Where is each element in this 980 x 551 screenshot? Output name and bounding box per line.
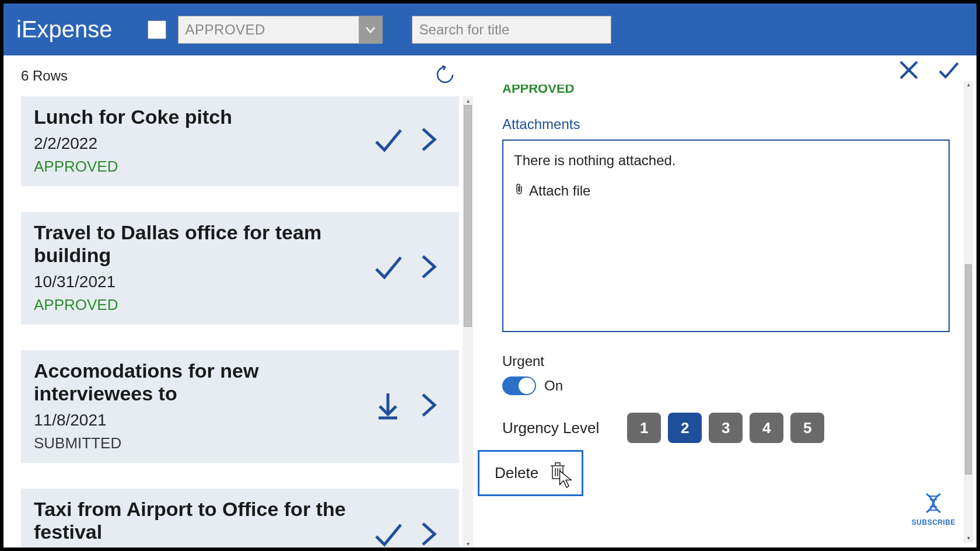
mouse-cursor-icon [557,469,575,489]
attachments-label: Attachments [502,116,950,132]
download-icon[interactable] [373,390,403,423]
chevron-right-icon[interactable] [414,252,444,284]
list-item-date: 10/31/2021 [34,273,373,291]
attach-file-label: Attach file [529,183,590,199]
detail-status: APPROVED [502,81,950,96]
svg-rect-6 [555,463,560,466]
urgency-level-label: Urgency Level [502,419,599,437]
scrollbar-thumb[interactable] [965,264,972,475]
approve-check-icon[interactable] [373,124,403,157]
delete-button[interactable]: Delete [478,450,583,496]
attachments-box[interactable]: There is nothing attached. Attach file [502,140,950,332]
list-item-status: APPROVED [34,296,373,314]
urgent-toggle-value: On [544,378,563,394]
list-item[interactable]: Travel to Dallas office for team buildin… [21,212,459,325]
filter-checkbox[interactable] [148,20,166,39]
trash-icon [549,461,566,485]
detail-pane: ▴ ▾ APPROVED Attachments There is nothin… [473,55,977,547]
subscribe-label: SUBSCRIBE [912,518,956,526]
urgency-level-4[interactable]: 4 [750,413,783,443]
rows-count-label: 6 Rows [21,68,68,84]
approve-check-icon[interactable] [373,519,403,547]
search-input[interactable] [419,22,604,38]
status-dropdown-value: APPROVED [178,22,359,38]
paperclip-icon [514,183,524,199]
urgency-level-3[interactable]: 3 [709,413,743,443]
list-item[interactable]: Lunch for Coke pitch2/2/2022APPROVED [21,96,459,186]
list-item-title: Accomodations for new interviewees to [34,360,373,405]
chevron-right-icon[interactable] [414,124,444,157]
scroll-up-icon[interactable]: ▴ [967,81,970,89]
list-item-status: SUBMITTED [34,434,373,452]
scrollbar-thumb[interactable] [464,105,472,327]
expense-list-pane: 6 Rows Lunch for Coke pitch2/2/2022APPRO… [4,55,473,547]
delete-label: Delete [495,464,538,482]
list-item-title: Taxi from Airport to Office for the fest… [34,498,373,543]
dna-icon [921,490,946,516]
chevron-down-icon[interactable] [359,16,382,43]
header-bar: iExpense APPROVED [0,0,980,55]
search-input-wrapper[interactable] [412,16,611,44]
list-scrollbar[interactable]: ▴ ▾ [463,96,473,547]
list-item-title: Lunch for Coke pitch [34,106,373,128]
list-item[interactable]: Accomodations for new interviewees to11/… [21,350,459,463]
scroll-down-icon[interactable]: ▾ [467,539,470,547]
urgency-level-5[interactable]: 5 [790,413,824,443]
list-item-date: 2/2/2022 [34,134,373,153]
urgency-level-1[interactable]: 1 [627,413,661,443]
attachments-empty-text: There is nothing attached. [514,152,938,169]
refresh-icon[interactable] [435,64,456,88]
list-item-date: 11/8/2021 [34,411,373,430]
confirm-check-icon[interactable] [937,58,960,84]
list-item-status: APPROVED [34,158,373,176]
urgent-label: Urgent [502,353,950,369]
list-item-title: Travel to Dallas office for team buildin… [34,221,373,267]
status-dropdown[interactable]: APPROVED [178,16,383,44]
subscribe-badge[interactable]: SUBSCRIBE [912,490,956,526]
urgency-level-2[interactable]: 2 [668,413,702,443]
attach-file-button[interactable]: Attach file [514,183,938,199]
chevron-right-icon[interactable] [414,390,444,423]
list-item[interactable]: Taxi from Airport to Office for the fest… [21,489,459,547]
urgent-toggle[interactable] [502,376,536,395]
detail-scrollbar[interactable]: ▴ ▾ [964,81,973,543]
scroll-down-icon[interactable]: ▾ [967,535,970,543]
scroll-up-icon[interactable]: ▴ [467,96,470,104]
close-icon[interactable] [897,58,921,84]
chevron-right-icon[interactable] [414,519,444,547]
app-title: iExpense [16,16,113,43]
approve-check-icon[interactable] [373,252,403,284]
